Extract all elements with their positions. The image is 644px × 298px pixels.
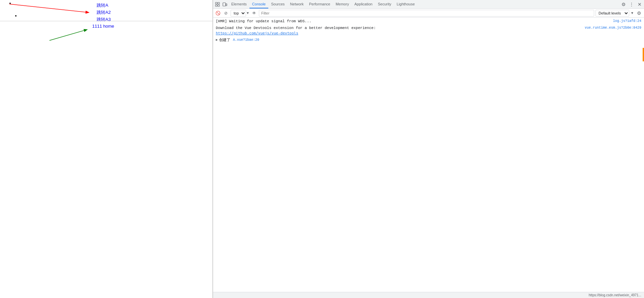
- svg-rect-7: [218, 5, 219, 6]
- devtools-panel: Elements Console Sources Network Perform…: [213, 0, 644, 298]
- vue-devtools-source[interactable]: vue.runtime.esm.js?2b0e:8429: [585, 25, 641, 31]
- svg-rect-5: [218, 2, 219, 4]
- devtools-status-bar: https://blog.csdn.net/weixin_4971...: [213, 292, 644, 298]
- console-toolbar: 🚫 ⊘ top ▼ 👁 Default levels ▼ ⚙: [213, 9, 644, 18]
- tab-console[interactable]: Console: [249, 0, 268, 8]
- svg-line-3: [49, 30, 87, 40]
- tab-memory[interactable]: Memory: [333, 0, 352, 8]
- console-message-hmr: [HMR] Waiting for update signal from WDS…: [213, 18, 644, 25]
- hmr-message-text: [HMR] Waiting for update signal from WDS…: [216, 19, 610, 24]
- more-options-btn[interactable]: ⋮: [628, 1, 635, 8]
- console-message-created: ▶ 创建了 A.vue?1bae:20: [213, 37, 644, 44]
- svg-rect-9: [226, 4, 227, 6]
- web-page-area: 跳转A 跳转A2 跳转A3 1111 home: [0, 0, 213, 298]
- settings-icon-btn[interactable]: ⚙: [620, 1, 627, 8]
- svg-rect-6: [215, 5, 217, 6]
- link-a1[interactable]: 跳转A: [97, 2, 111, 9]
- log-levels-selector[interactable]: Default levels: [596, 10, 629, 17]
- tab-application[interactable]: Application: [352, 0, 375, 8]
- status-url: https://blog.csdn.net/weixin_4971...: [589, 293, 641, 297]
- console-message-vue-devtools: Download the Vue Devtools extension for …: [213, 25, 644, 37]
- created-message-source[interactable]: A.vue?1bae:20: [233, 37, 259, 42]
- svg-line-1: [9, 4, 89, 12]
- eye-icon-btn[interactable]: 👁: [251, 10, 258, 17]
- svg-rect-4: [215, 2, 217, 4]
- filter-input[interactable]: [259, 10, 594, 17]
- expandable-group[interactable]: ▶ 创建了: [216, 37, 230, 43]
- levels-dropdown-icon: ▼: [631, 11, 634, 15]
- hmr-message-source[interactable]: log.js?1afd:24: [613, 19, 641, 24]
- console-settings-btn[interactable]: ⚙: [635, 9, 643, 17]
- context-selector[interactable]: top: [231, 10, 246, 17]
- separator-line: [0, 21, 212, 21]
- devtools-tabs-bar: Elements Console Sources Network Perform…: [213, 0, 644, 9]
- tab-performance[interactable]: Performance: [306, 0, 333, 8]
- tab-security[interactable]: Security: [375, 0, 394, 8]
- tab-elements[interactable]: Elements: [229, 0, 249, 8]
- tab-sources[interactable]: Sources: [268, 0, 287, 8]
- console-output: [HMR] Waiting for update signal from WDS…: [213, 18, 644, 292]
- orange-scroll-marker: [643, 48, 644, 61]
- inspect-icon-btn[interactable]: [214, 1, 221, 8]
- device-toggle-btn[interactable]: [221, 1, 229, 8]
- home-link[interactable]: 1111 home: [92, 24, 114, 29]
- vue-devtools-text: Download the Vue Devtools extension for …: [216, 25, 582, 31]
- tab-lighthouse[interactable]: Lighthouse: [394, 0, 417, 8]
- created-message-text: 创建了: [219, 37, 230, 43]
- link-a3[interactable]: 跳转A3: [97, 16, 111, 23]
- clear-console-btn[interactable]: 🚫: [214, 10, 221, 17]
- console-no-errors-btn[interactable]: ⊘: [223, 10, 229, 17]
- expand-triangle-icon[interactable]: ▶: [216, 37, 218, 42]
- vue-devtools-link[interactable]: https://github.com/vuejs/vue-devtools: [216, 31, 298, 36]
- tab-network[interactable]: Network: [287, 0, 306, 8]
- links-group: 跳转A 跳转A2 跳转A3: [97, 2, 111, 23]
- close-devtools-btn[interactable]: ✕: [636, 1, 643, 8]
- svg-rect-8: [223, 3, 226, 6]
- link-a2[interactable]: 跳转A2: [97, 9, 111, 16]
- context-dropdown-icon: ▼: [246, 11, 249, 15]
